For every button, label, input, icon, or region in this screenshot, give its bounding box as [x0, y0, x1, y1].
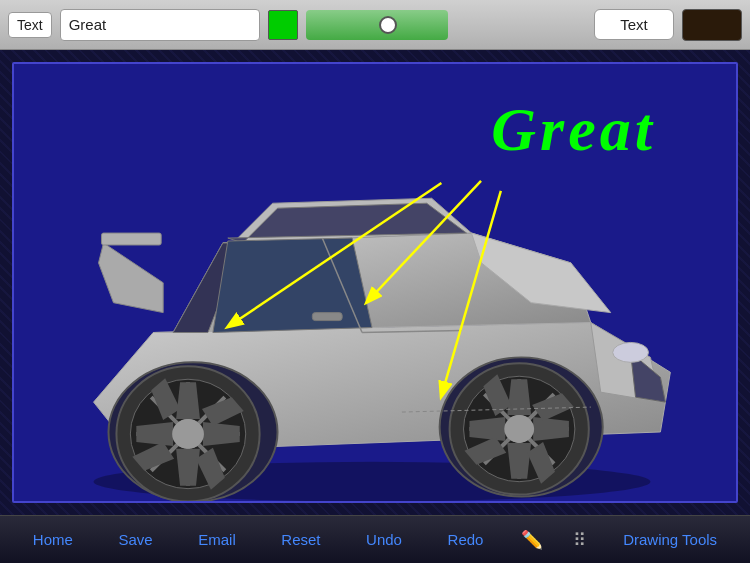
- svg-marker-39: [507, 379, 531, 415]
- svg-marker-42: [469, 417, 505, 441]
- svg-marker-40: [533, 417, 569, 441]
- grid-icon[interactable]: ⠿: [573, 529, 586, 551]
- canvas-inner: Great: [12, 62, 738, 503]
- car-drawing: [14, 64, 736, 503]
- text-input[interactable]: [60, 9, 260, 41]
- size-slider-container: [306, 10, 448, 40]
- svg-marker-22: [176, 382, 200, 419]
- svg-point-49: [613, 342, 649, 362]
- svg-point-30: [172, 419, 204, 449]
- svg-marker-24: [176, 449, 200, 486]
- svg-marker-7: [213, 238, 372, 332]
- save-button[interactable]: Save: [110, 525, 160, 554]
- top-toolbar: Text Text: [0, 0, 750, 50]
- bottom-toolbar: Home Save Email Reset Undo Redo ✏️ ⠿ Dra…: [0, 515, 750, 563]
- svg-marker-8: [99, 243, 164, 313]
- pencil-icon[interactable]: ✏️: [521, 529, 543, 551]
- email-button[interactable]: Email: [190, 525, 244, 554]
- reset-button[interactable]: Reset: [273, 525, 328, 554]
- svg-point-47: [504, 415, 534, 443]
- dark-color-swatch[interactable]: [682, 9, 742, 41]
- svg-rect-48: [312, 313, 342, 321]
- drawing-tools-button[interactable]: Drawing Tools: [615, 525, 725, 554]
- home-button[interactable]: Home: [25, 525, 81, 554]
- svg-marker-25: [136, 422, 173, 446]
- text-button-right[interactable]: Text: [594, 9, 674, 40]
- color-swatch[interactable]: [268, 10, 298, 40]
- svg-marker-23: [203, 422, 240, 446]
- svg-rect-9: [102, 233, 162, 245]
- size-slider[interactable]: [312, 22, 442, 28]
- redo-button[interactable]: Redo: [440, 525, 492, 554]
- undo-button[interactable]: Undo: [358, 525, 410, 554]
- main-canvas[interactable]: Great: [0, 50, 750, 515]
- svg-marker-41: [507, 443, 531, 479]
- text-label-left: Text: [8, 12, 52, 38]
